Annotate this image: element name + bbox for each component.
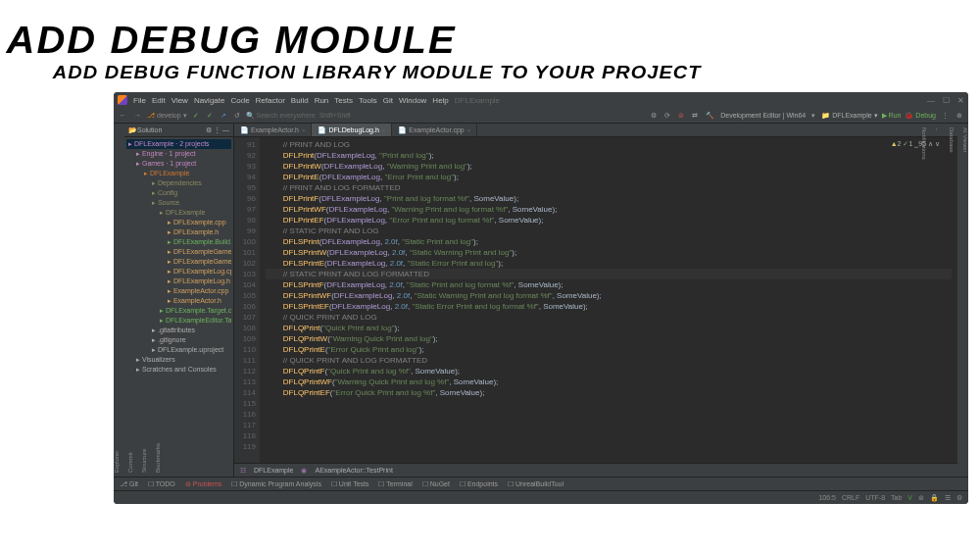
main-toolbar: ← → ⎇develop ▾ ✓ ✓ ↗ ↺ 🔍 Search everywhe… <box>114 108 968 124</box>
left-tab-bookmarks[interactable]: Bookmarks <box>155 127 161 473</box>
menu-build[interactable]: Build <box>291 96 309 105</box>
editor-tab[interactable]: 📄 DFLDebugLog.h× <box>312 124 392 136</box>
menu-file[interactable]: File <box>133 96 146 105</box>
bottom-tool-tabs: ⎇ Git☐ TODO⊘ Problems☐ Dynamic Program A… <box>114 477 968 490</box>
editor-tabs: 📄 ExampleActor.h×📄 DFLDebugLog.h×📄 Examp… <box>234 124 957 137</box>
bottom-tab-endpoints[interactable]: ☐ Endpoints <box>460 480 498 488</box>
editor-tab[interactable]: 📄 ExampleActor.h× <box>234 124 312 136</box>
vcs-push-icon[interactable]: ↗ <box>219 112 228 120</box>
bottom-tab-git[interactable]: ⎇ Git <box>120 480 138 488</box>
editor-tab[interactable]: 📄 ExampleActor.cpp× <box>392 124 477 136</box>
stop-icon[interactable]: ⊘ <box>676 112 686 120</box>
app-logo-icon <box>118 95 127 105</box>
notif-icon[interactable]: ☰ <box>945 494 951 502</box>
menu-tests[interactable]: Tests <box>334 96 353 105</box>
minimize-icon[interactable]: — <box>927 96 935 105</box>
breadcrumb[interactable]: ☷DFLExample ◉AExampleActor::TestPrint <box>234 463 957 477</box>
readonly-icon[interactable]: 🔒 <box>930 494 939 502</box>
menu-edit[interactable]: Edit <box>152 96 166 105</box>
menu-help[interactable]: Help <box>432 96 448 105</box>
menu-run[interactable]: Run <box>315 96 329 105</box>
run-target-dropdown[interactable]: 📁 DFLExample ▾ <box>821 112 877 120</box>
line-ending[interactable]: CRLF <box>842 494 859 501</box>
caret-position[interactable]: 106:5 <box>818 494 836 501</box>
ai-icon[interactable]: ⊛ <box>918 494 924 502</box>
menubar: FileEditViewNavigateCodeRefactorBuildRun… <box>133 96 449 105</box>
build-config-dropdown[interactable]: Development Editor | Win64 <box>720 112 806 119</box>
encoding[interactable]: UTF-8 <box>865 494 885 501</box>
code-editor[interactable]: // PRINT AND LOG DFLPrint(DFLExampleLog,… <box>260 137 957 463</box>
close-tab-icon[interactable]: × <box>467 127 471 133</box>
run-button[interactable]: ▶ Run <box>882 112 902 120</box>
editor-panel: 📄 ExampleActor.h×📄 DFLDebugLog.h×📄 Examp… <box>234 124 957 477</box>
branch-icon: ⎇ <box>147 112 155 120</box>
ide-window: FileEditViewNavigateCodeRefactorBuildRun… <box>114 92 968 504</box>
search-hint[interactable]: 🔍 Search everywhere Shift+Shift <box>246 112 351 120</box>
close-icon[interactable]: ✕ <box>957 96 964 105</box>
branch-name[interactable]: develop <box>157 112 181 119</box>
menu-git[interactable]: Git <box>383 96 393 105</box>
vcs-commit-icon[interactable]: ✓ <box>205 112 215 120</box>
right-tool-tabs[interactable]: AI ViewerDatabase..Notifications <box>957 124 968 477</box>
inspection-widget[interactable]: ▲2 ✓1 ⎯95 ∧ ∨ <box>891 140 940 148</box>
build-icon[interactable]: 🔨 <box>704 112 716 120</box>
settings2-icon[interactable]: ⚙ <box>956 494 962 502</box>
bottom-tab-unrealbuildtool[interactable]: ☐ UnrealBuildTool <box>508 480 564 488</box>
indent[interactable]: Tab <box>891 494 902 501</box>
close-tab-icon[interactable]: × <box>302 127 306 133</box>
settings-icon[interactable]: ⚙ <box>649 112 659 120</box>
left-tab-commit[interactable]: Commit <box>127 127 133 473</box>
status-bar: 106:5 CRLF UTF-8 Tab V ⊛ 🔒 ☰ ⚙ <box>114 490 968 504</box>
debug-button[interactable]: 🐞 Debug <box>905 112 936 120</box>
profiler-icon[interactable]: ⊕ <box>955 112 964 120</box>
right-tab[interactable]: AI Viewer <box>962 127 968 473</box>
vcs-update-icon[interactable]: ✓ <box>191 112 201 120</box>
left-tab-explorer[interactable]: Explorer <box>114 127 120 473</box>
gutter: 9192939495969798991001011021031041051061… <box>234 137 260 463</box>
bottom-tab-nuget[interactable]: ☐ NuGet <box>422 480 450 488</box>
titlebar: FileEditViewNavigateCodeRefactorBuildRun… <box>114 92 968 108</box>
menu-refactor[interactable]: Refactor <box>256 96 285 105</box>
bottom-tab-terminal[interactable]: ☐ Terminal <box>378 480 412 488</box>
more-icon[interactable]: ⋮ <box>940 112 951 120</box>
back-button[interactable]: ← <box>118 112 128 119</box>
bottom-tab-dynamic-program-analysis[interactable]: ☐ Dynamic Program Analysis <box>231 480 321 488</box>
bottom-tab-unit-tests[interactable]: ☐ Unit Tests <box>331 480 369 488</box>
vim-icon[interactable]: V <box>907 494 912 501</box>
menu-code[interactable]: Code <box>230 96 249 105</box>
maximize-icon[interactable]: ☐ <box>943 96 950 105</box>
history-icon[interactable]: ↺ <box>232 112 242 120</box>
forward-button[interactable]: → <box>132 112 143 119</box>
left-tool-tabs[interactable]: ExplorerCommitStructureBookmarks <box>114 124 124 477</box>
reload-icon[interactable]: ⟳ <box>662 112 672 120</box>
menu-window[interactable]: Window <box>399 96 426 105</box>
bottom-tab-problems[interactable]: ⊘ Problems <box>185 480 222 488</box>
bottom-tab-todo[interactable]: ☐ TODO <box>148 480 175 488</box>
page-subtitle: ADD DEBUG FUNCTION LIBRARY MODULE TO YOU… <box>0 62 980 83</box>
menu-view[interactable]: View <box>172 96 188 105</box>
menu-navigate[interactable]: Navigate <box>194 96 225 105</box>
page-title: ADD DEBUG MODULE <box>0 0 980 62</box>
left-tab-structure[interactable]: Structure <box>141 127 147 473</box>
close-tab-icon[interactable]: × <box>382 127 386 133</box>
menu-tools[interactable]: Tools <box>359 96 377 105</box>
project-name: DFLExample <box>455 96 500 105</box>
sync-icon[interactable]: ⇄ <box>690 112 700 120</box>
